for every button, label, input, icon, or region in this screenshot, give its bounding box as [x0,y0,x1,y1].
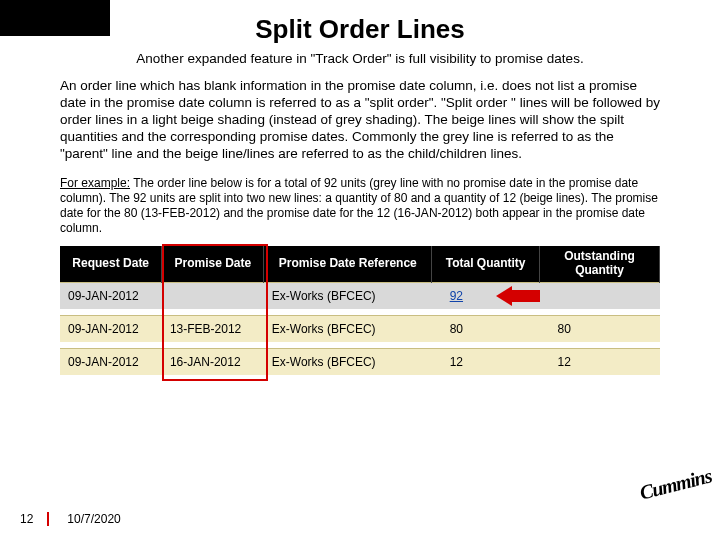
cell-promise-ref: Ex-Works (BFCEC) [264,282,432,309]
cell-request-date: 09-JAN-2012 [60,282,162,309]
cell-promise-ref: Ex-Works (BFCEC) [264,315,432,342]
cell-request-date: 09-JAN-2012 [60,348,162,375]
example-label: For example: [60,176,130,190]
slide-footer: 12 10/7/2020 [20,512,121,526]
col-promise-ref: Promise Date Reference [264,246,432,282]
col-request-date: Request Date [60,246,162,282]
page-subtitle: Another expanded feature in "Track Order… [0,51,720,66]
callout-arrow-icon [496,286,542,306]
cell-outstanding-qty: 12 [540,348,660,375]
footer-date: 10/7/2020 [67,512,120,526]
body-paragraph: An order line which has blank informatio… [60,78,660,162]
table-row: 09-JAN-2012 16-JAN-2012 Ex-Works (BFCEC)… [60,348,660,375]
cell-promise-date [162,282,264,309]
col-promise-date: Promise Date [162,246,264,282]
cell-total-qty: 12 [432,348,540,375]
example-body: The order line below is for a total of 9… [60,176,658,235]
cell-outstanding-qty [540,282,660,309]
example-paragraph: For example: The order line below is for… [60,176,660,236]
order-lines-table-wrap: Request Date Promise Date Promise Date R… [60,246,660,375]
cell-total-qty: 80 [432,315,540,342]
cell-promise-date: 13-FEB-2012 [162,315,264,342]
cell-promise-date: 16-JAN-2012 [162,348,264,375]
table-row: 09-JAN-2012 Ex-Works (BFCEC) 92 [60,282,660,309]
total-qty-link[interactable]: 92 [450,289,463,303]
cell-outstanding-qty: 80 [540,315,660,342]
col-outstanding-qty: Outstanding Quantity [540,246,660,282]
page-number: 12 [20,512,33,526]
table-row: 09-JAN-2012 13-FEB-2012 Ex-Works (BFCEC)… [60,315,660,342]
brand-stripe [0,0,110,36]
order-lines-table: Request Date Promise Date Promise Date R… [60,246,660,375]
cell-promise-ref: Ex-Works (BFCEC) [264,348,432,375]
table-header-row: Request Date Promise Date Promise Date R… [60,246,660,282]
col-total-qty: Total Quantity [432,246,540,282]
cell-total-qty: 92 [432,282,540,309]
cummins-logo: Cummins [637,465,713,505]
cell-request-date: 09-JAN-2012 [60,315,162,342]
